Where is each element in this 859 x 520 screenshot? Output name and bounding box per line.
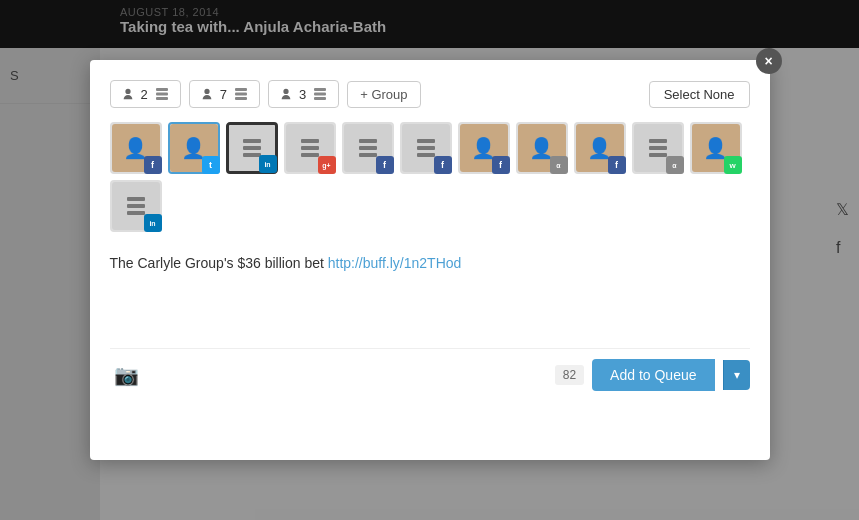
svg-rect-5 xyxy=(235,97,247,100)
avatar-4-badge: g+ xyxy=(318,156,336,174)
account-group-2-button[interactable]: 7 xyxy=(189,80,260,108)
svg-rect-21 xyxy=(649,139,667,143)
group1-count: 2 xyxy=(141,87,148,102)
avatar-2[interactable]: 👤 t xyxy=(168,122,220,174)
group3-count: 3 xyxy=(299,87,306,102)
svg-rect-12 xyxy=(301,139,319,143)
compose-text-area: The Carlyle Group's $36 billion bet http… xyxy=(110,248,750,348)
svg-rect-17 xyxy=(359,153,377,157)
avatar-5-badge: f xyxy=(376,156,394,174)
person-icon-2 xyxy=(200,87,214,101)
char-count-badge: 82 xyxy=(555,365,584,385)
svg-rect-20 xyxy=(417,153,435,157)
compose-text-prefix: The Carlyle Group's $36 billion bet xyxy=(110,255,328,271)
svg-rect-16 xyxy=(359,146,377,150)
avatar-9-badge: f xyxy=(608,156,626,174)
svg-rect-4 xyxy=(235,93,247,96)
avatar-7[interactable]: 👤 f xyxy=(458,122,510,174)
svg-rect-14 xyxy=(301,153,319,157)
avatar-7-badge: f xyxy=(492,156,510,174)
layers-icon-3 xyxy=(312,86,328,102)
svg-rect-10 xyxy=(243,146,261,150)
avatar-1-badge: f xyxy=(144,156,162,174)
modal-close-button[interactable]: × xyxy=(756,48,782,74)
add-to-queue-button[interactable]: Add to Queue xyxy=(592,359,714,391)
avatar-8-badge: α xyxy=(550,156,568,174)
avatar-6-badge: f xyxy=(434,156,452,174)
person-icon xyxy=(121,87,135,101)
svg-rect-6 xyxy=(314,88,326,91)
avatar-3-badge: in xyxy=(259,155,277,173)
svg-rect-0 xyxy=(156,88,168,91)
account-group-1-button[interactable]: 2 xyxy=(110,80,181,108)
svg-rect-9 xyxy=(243,139,261,143)
avatar-2-badge: t xyxy=(202,156,220,174)
avatar-6[interactable]: f xyxy=(400,122,452,174)
group2-count: 7 xyxy=(220,87,227,102)
avatar-1[interactable]: 👤 f xyxy=(110,122,162,174)
svg-rect-2 xyxy=(156,97,168,100)
svg-rect-19 xyxy=(417,146,435,150)
svg-rect-11 xyxy=(243,153,261,157)
svg-rect-8 xyxy=(314,97,326,100)
camera-button[interactable]: 📷 xyxy=(110,359,143,391)
modal-bottom-bar: 📷 82 Add to Queue ▾ xyxy=(110,348,750,391)
layers-icon-2 xyxy=(233,86,249,102)
compose-modal: × 2 7 xyxy=(90,60,770,460)
account-groups-row: 2 7 xyxy=(110,80,750,108)
bottom-right-actions: 82 Add to Queue ▾ xyxy=(555,359,750,391)
add-to-queue-dropdown-button[interactable]: ▾ xyxy=(723,360,750,390)
svg-rect-23 xyxy=(649,153,667,157)
modal-overlay: × 2 7 xyxy=(0,0,859,520)
svg-rect-18 xyxy=(417,139,435,143)
avatar-12-badge: in xyxy=(144,214,162,232)
avatar-10-badge: α xyxy=(666,156,684,174)
svg-rect-25 xyxy=(127,204,145,208)
person-icon-3 xyxy=(279,87,293,101)
layers-icon-1 xyxy=(154,86,170,102)
svg-rect-13 xyxy=(301,146,319,150)
avatar-10[interactable]: α xyxy=(632,122,684,174)
svg-rect-26 xyxy=(127,211,145,215)
avatar-selection-row: 👤 f 👤 t in xyxy=(110,122,750,232)
svg-rect-15 xyxy=(359,139,377,143)
add-group-button[interactable]: + Group xyxy=(347,81,420,108)
avatar-12[interactable]: in xyxy=(110,180,162,232)
avatar-11-badge: w xyxy=(724,156,742,174)
avatar-4[interactable]: g+ xyxy=(284,122,336,174)
svg-rect-22 xyxy=(649,146,667,150)
svg-rect-24 xyxy=(127,197,145,201)
select-none-button[interactable]: Select None xyxy=(649,81,750,108)
avatar-11[interactable]: 👤 w xyxy=(690,122,742,174)
compose-link[interactable]: http://buff.ly/1n2THod xyxy=(328,255,462,271)
account-group-3-button[interactable]: 3 xyxy=(268,80,339,108)
avatar-3[interactable]: in xyxy=(226,122,278,174)
avatar-5[interactable]: f xyxy=(342,122,394,174)
svg-rect-3 xyxy=(235,88,247,91)
svg-rect-7 xyxy=(314,93,326,96)
avatar-8[interactable]: 👤 α xyxy=(516,122,568,174)
avatar-9[interactable]: 👤 f xyxy=(574,122,626,174)
svg-rect-1 xyxy=(156,93,168,96)
